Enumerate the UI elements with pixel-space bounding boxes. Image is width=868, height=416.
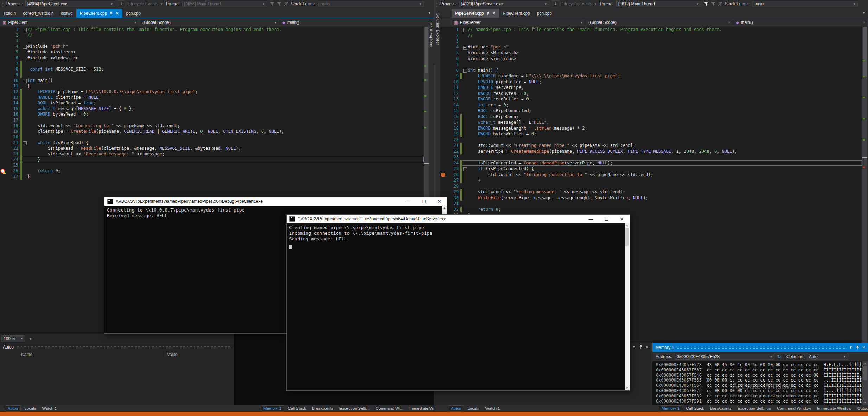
console-titlebar[interactable]: \\VBOXSVR\Experiments\namedPipes\namedPi…	[104, 197, 447, 206]
breakpoint-margin[interactable]	[440, 67, 446, 73]
tool-tab-immediate-window[interactable]: Immediate Window	[815, 406, 854, 411]
scope-dropdown[interactable]: (Global Scope)▼	[140, 19, 279, 26]
maximize-button[interactable]: ☐	[599, 215, 614, 223]
fold-margin[interactable]: −	[22, 78, 27, 83]
address-input[interactable]: 0x000000E43057F528▼	[675, 354, 774, 360]
columns-dropdown[interactable]: Auto▼	[807, 354, 848, 360]
breakpoint-margin[interactable]	[440, 38, 446, 44]
document-tab-pipeclient-cpp[interactable]: PipeClient.cpp	[499, 9, 533, 18]
breakpoint-margin[interactable]	[0, 106, 6, 111]
minimize-button[interactable]: —	[583, 215, 599, 223]
tool-tab-call-stack[interactable]: Call Stack	[683, 406, 707, 411]
pin-icon[interactable]	[109, 11, 113, 15]
collapse-icon[interactable]: −	[463, 28, 467, 32]
collapse-icon[interactable]: −	[23, 28, 27, 32]
tool-tab-locals[interactable]: Locals	[465, 406, 481, 411]
suspend-filter-icon[interactable]	[718, 2, 722, 6]
scrollbar-thumb[interactable]	[863, 27, 867, 77]
close-icon[interactable]: ✕	[646, 345, 649, 349]
close-icon[interactable]: ✕	[862, 345, 865, 349]
scrollbar-thumb[interactable]	[863, 366, 867, 380]
memory-hex-dump[interactable]: 0x000000E43057F528 48 00 45 00 4c 00 4c …	[652, 361, 862, 405]
filter-threads-icon[interactable]	[270, 2, 274, 6]
breakpoint-margin[interactable]	[0, 145, 6, 151]
scrollbar-thumb[interactable]	[625, 228, 629, 246]
tool-tab-memory-1[interactable]: Memory 1	[659, 405, 682, 411]
filter-threads-icon[interactable]	[704, 2, 708, 6]
pin-icon[interactable]	[639, 345, 643, 349]
breakpoint-margin[interactable]	[0, 117, 6, 123]
chevron-down-icon[interactable]: ▾	[594, 1, 596, 6]
breakpoint-margin[interactable]	[440, 79, 446, 85]
breakpoint-margin[interactable]	[440, 137, 446, 143]
collapse-icon[interactable]: −	[463, 69, 467, 73]
breakpoint-margin[interactable]	[0, 89, 6, 95]
breakpoint-margin[interactable]	[0, 61, 6, 66]
scope-dropdown[interactable]: (Global Scope)▼	[586, 19, 733, 26]
fold-margin[interactable]: −	[462, 68, 468, 73]
pin-icon[interactable]	[856, 345, 859, 350]
breakpoint-margin[interactable]	[440, 102, 446, 108]
breakpoint-margin[interactable]	[440, 125, 446, 131]
document-tab-iosfwd[interactable]: iosfwd	[57, 9, 76, 18]
breakpoint-margin[interactable]	[0, 111, 6, 117]
document-tab-pch-cpp[interactable]: pch.cpp	[534, 9, 555, 18]
memory-scrollbar[interactable]: ▲ ▼	[862, 361, 868, 405]
tool-tab-breakpoints[interactable]: Breakpoints	[309, 406, 336, 411]
breakpoint-margin[interactable]	[440, 131, 446, 137]
stack-frame-dropdown[interactable]: main▼	[318, 1, 424, 7]
pin-icon[interactable]	[486, 11, 490, 15]
breakpoint-margin[interactable]	[0, 72, 6, 78]
breakpoint-margin[interactable]	[440, 160, 446, 166]
tool-tab-breakpoints[interactable]: Breakpoints	[708, 406, 734, 411]
scroll-down-icon[interactable]: ▼	[625, 386, 630, 390]
breakpoint-margin[interactable]	[0, 123, 6, 129]
tab-overflow-icon[interactable]: ▼	[862, 11, 866, 15]
tool-tab-command-wi-[interactable]: Command Wi...	[373, 406, 406, 411]
tab-overflow-icon[interactable]: ▼	[428, 11, 431, 15]
close-button[interactable]: ✕	[614, 215, 630, 223]
thread-dropdown[interactable]: [9656] Main Thread▼	[182, 1, 267, 7]
toolbar-grip[interactable]	[436, 1, 438, 7]
tool-tab-output[interactable]: Output	[855, 406, 868, 411]
tool-tab-exception-settings[interactable]: Exception Settings	[735, 406, 773, 411]
breakpoint-margin[interactable]	[0, 151, 6, 157]
breakpoint-margin[interactable]	[0, 55, 6, 60]
collapse-icon[interactable]: −	[463, 46, 467, 50]
breakpoint-margin[interactable]	[440, 166, 446, 172]
breakpoint-margin[interactable]	[440, 154, 446, 160]
document-tab-pch-cpp[interactable]: pch.cpp	[122, 9, 144, 18]
file-scope-dropdown[interactable]: ▣PipeClient▼	[0, 19, 139, 26]
breakpoint-margin[interactable]	[0, 129, 6, 134]
console-titlebar[interactable]: \\VBOXSVR\Experiments\namedPipes\namedPi…	[287, 215, 630, 223]
breakpoint-margin[interactable]	[440, 183, 446, 189]
zoom-level-dropdown[interactable]: 100 %▼	[1, 335, 25, 342]
breakpoint-margin[interactable]	[0, 100, 6, 106]
tool-tab-call-stack[interactable]: Call Stack	[285, 406, 308, 411]
breakpoint-margin[interactable]	[440, 108, 446, 114]
breakpoint-margin[interactable]	[440, 96, 446, 102]
minimize-button[interactable]: —	[401, 197, 416, 206]
breakpoint-margin[interactable]	[0, 83, 6, 89]
breakpoint-margin[interactable]	[440, 149, 446, 155]
breakpoint-margin[interactable]	[0, 44, 6, 49]
member-dropdown[interactable]: ⬥main()▼	[734, 19, 868, 26]
breakpoint-margin[interactable]	[440, 56, 446, 62]
console-scrollbar[interactable]: ▲ ▼	[625, 223, 630, 390]
breakpoint-icon[interactable]	[441, 173, 445, 177]
scroll-up-icon[interactable]: ▲	[625, 224, 630, 227]
scroll-up-icon[interactable]: ▲	[862, 362, 868, 365]
collapse-icon[interactable]: −	[23, 45, 27, 49]
window-position-icon[interactable]: ▼	[849, 345, 853, 349]
breakpoint-margin[interactable]	[440, 189, 446, 195]
tool-tab-watch-1[interactable]: Watch 1	[483, 406, 503, 411]
breakpoint-margin[interactable]	[440, 172, 446, 178]
fold-margin[interactable]: −	[462, 45, 468, 50]
collapse-icon[interactable]: −	[463, 167, 467, 171]
breakpoint-margin[interactable]	[440, 91, 446, 97]
memory-window-titlebar[interactable]: Memory 1 ▼ ✕	[652, 343, 868, 352]
breakpoint-margin[interactable]	[0, 78, 6, 83]
breakpoint-margin[interactable]	[440, 27, 446, 33]
filter-flagged-icon[interactable]	[711, 2, 715, 6]
breakpoint-margin[interactable]	[440, 44, 446, 50]
